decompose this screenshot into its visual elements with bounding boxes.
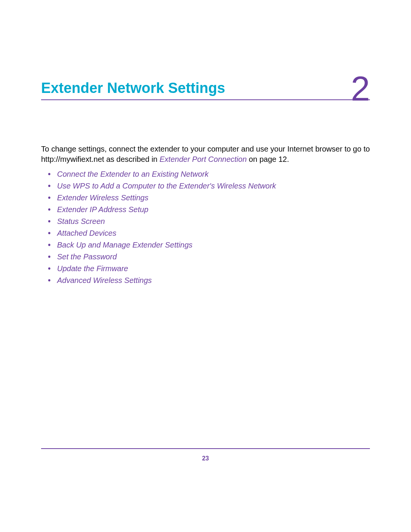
toc-item: Advanced Wireless Settings [57,275,370,286]
toc-item: Extender IP Address Setup [57,204,370,215]
toc-link-update-firmware[interactable]: Update the Firmware [57,264,128,273]
toc-item: Extender Wireless Settings [57,193,370,203]
toc-link-attached-devices[interactable]: Attached Devices [57,229,116,237]
extender-port-connection-link[interactable]: Extender Port Connection [159,155,247,163]
page-number: 23 [0,455,411,462]
toc-link-ip-address[interactable]: Extender IP Address Setup [57,205,148,214]
chapter-number: 2 [351,69,370,109]
footer-divider [41,448,370,449]
toc-link-backup-manage[interactable]: Back Up and Manage Extender Settings [57,241,193,249]
toc-link-connect-extender[interactable]: Connect the Extender to an Existing Netw… [57,170,209,178]
toc-list: Connect the Extender to an Existing Netw… [41,169,370,286]
toc-item: Connect the Extender to an Existing Netw… [57,169,370,179]
toc-item: Back Up and Manage Extender Settings [57,240,370,250]
toc-link-use-wps[interactable]: Use WPS to Add a Computer to the Extende… [57,182,276,190]
page-container: Extender Network Settings 2 To change se… [0,0,411,532]
toc-link-advanced-wireless[interactable]: Advanced Wireless Settings [57,276,152,284]
intro-text-after: on page 12. [247,155,289,163]
toc-link-set-password[interactable]: Set the Password [57,252,117,261]
toc-item: Use WPS to Add a Computer to the Extende… [57,181,370,191]
toc-item: Status Screen [57,216,370,227]
intro-paragraph: To change settings, connect the extender… [41,144,370,165]
chapter-header: Extender Network Settings 2 [41,80,370,100]
toc-item: Set the Password [57,252,370,262]
toc-item: Attached Devices [57,228,370,238]
toc-item: Update the Firmware [57,264,370,274]
toc-link-status-screen[interactable]: Status Screen [57,217,105,225]
toc-link-wireless-settings[interactable]: Extender Wireless Settings [57,193,148,202]
chapter-title: Extender Network Settings [41,80,225,96]
